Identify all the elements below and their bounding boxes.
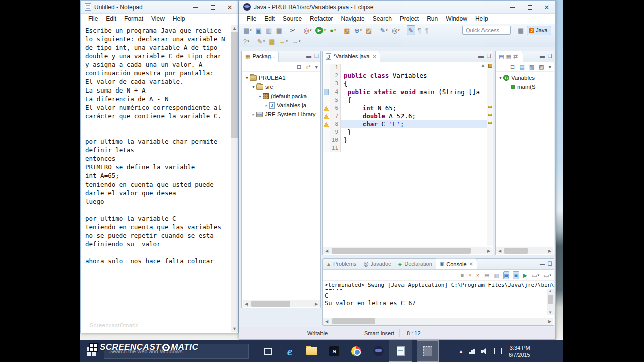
tree-expand-icon[interactable]: ▸	[264, 103, 269, 108]
task-view-button[interactable]	[257, 340, 279, 362]
tree-item-main-s[interactable]: main(S	[496, 82, 554, 92]
next-annotation-icon[interactable]: ¶	[424, 25, 430, 35]
eclipse-titlebar[interactable]: Java - PRUEBA1/src/Variables.java - Ecli…	[239, 1, 555, 14]
console-tab-console[interactable]: ▣Console✕	[436, 258, 477, 269]
screen-recorder-button[interactable]	[417, 340, 439, 362]
scroll-left-arrow-icon[interactable]: ◀	[243, 302, 250, 306]
maximize-view-icon[interactable]: ❑	[487, 53, 491, 59]
menu-refactor[interactable]: Refactor	[306, 15, 337, 22]
menu-file[interactable]: File	[243, 15, 260, 22]
tray-show-hidden-icons-button[interactable]: ▲	[459, 349, 463, 354]
maximize-button[interactable]	[521, 1, 538, 14]
minimize-button[interactable]	[504, 1, 521, 14]
menu-source[interactable]: Source	[279, 15, 306, 22]
console-tab-declaration[interactable]: ◈Declaration	[395, 258, 436, 269]
new-package-icon[interactable]: ▨	[364, 25, 373, 35]
menu-help[interactable]: Help	[169, 15, 189, 22]
code-text[interactable]: }	[341, 128, 351, 136]
code-area[interactable]: 12public class Variables3{4 public stati…	[323, 62, 493, 246]
tree-expand-icon[interactable]: ▸	[251, 112, 256, 117]
tree-item--default-packa[interactable]: ▾(default packa	[242, 92, 320, 101]
hide-fields-icon[interactable]: ▧	[529, 63, 535, 71]
code-text[interactable]: int N=65;	[341, 104, 396, 112]
code-line-7[interactable]: 7 double A=52.6;	[323, 112, 493, 120]
tree-item-variables[interactable]: ▾GVariables	[496, 73, 554, 82]
code-line-4[interactable]: 4 public static void main (String []a	[323, 88, 493, 96]
scroll-right-arrow-icon[interactable]: ▶	[546, 319, 553, 324]
view-menu-icon[interactable]: ▾	[548, 63, 552, 71]
scroll-right-arrow-icon[interactable]: ▶	[485, 249, 492, 253]
search-icon[interactable]: ✎▾	[378, 25, 389, 35]
code-text[interactable]	[341, 144, 344, 152]
code-line-10[interactable]: 10}	[323, 136, 493, 144]
warning-icon[interactable]	[324, 106, 329, 111]
minimize-view-icon[interactable]: ▬	[306, 53, 311, 59]
scrollbar-thumb[interactable]	[332, 318, 375, 324]
cut-tool-icon[interactable]: ✂	[289, 25, 297, 35]
hide-static-icon[interactable]: ▨	[538, 63, 544, 71]
menu-window[interactable]: Window	[442, 15, 471, 22]
last-edit-location-icon[interactable]: ▤	[267, 36, 276, 46]
open-console-icon[interactable]: ▭▾	[543, 271, 552, 279]
code-line-8[interactable]: 8 char C='F';	[323, 120, 493, 128]
notepad-vertical-scrollbar[interactable]: ▲ ▼	[231, 25, 238, 332]
close-button[interactable]: ✕	[221, 1, 238, 14]
code-line-6[interactable]: 6 int N=65;	[323, 104, 493, 112]
minimize-button[interactable]	[187, 1, 204, 14]
code-text[interactable]: {	[341, 80, 348, 88]
menu-help[interactable]: Help	[471, 15, 492, 22]
scroll-right-arrow-icon[interactable]: ▶	[313, 302, 320, 306]
remove-all-launches-icon[interactable]: ×	[476, 271, 480, 279]
quick-access-box[interactable]: Quick Access	[462, 26, 511, 35]
menu-search[interactable]: Search	[369, 15, 396, 22]
warning-icon[interactable]	[324, 122, 329, 127]
notepad-text[interactable]: Escribe un programa Java que realice lo …	[82, 25, 231, 265]
code-line-3[interactable]: 3{	[323, 80, 493, 88]
editor-vertical-scrollbar[interactable]: ▲	[480, 62, 487, 246]
scroll-left-arrow-icon[interactable]: ◀	[496, 249, 503, 253]
close-tab-icon[interactable]: ✕	[469, 261, 473, 267]
code-text[interactable]: {	[341, 96, 351, 104]
internet-explorer-button[interactable]: e	[279, 340, 301, 362]
tree-item-src[interactable]: ▾src	[242, 82, 320, 92]
tree-item-prueba1[interactable]: ▾PRUEBA1	[242, 73, 320, 82]
maximize-view-icon[interactable]: ❑	[314, 53, 319, 59]
scroll-down-arrow-icon[interactable]: ▼	[548, 310, 552, 315]
maximize-button[interactable]	[204, 1, 221, 14]
menu-format[interactable]: Format	[120, 15, 147, 22]
menu-edit[interactable]: Edit	[260, 15, 279, 22]
file-explorer-button[interactable]	[301, 340, 323, 362]
scrollbar-thumb[interactable]	[231, 32, 238, 138]
maximize-view-icon[interactable]: ❑	[548, 53, 552, 59]
link-editor-icon[interactable]: ⇄	[305, 63, 311, 71]
console-hscrollbar[interactable]: ◀ ▶	[323, 318, 553, 325]
network-icon[interactable]	[469, 349, 475, 354]
menu-file[interactable]: File	[84, 15, 102, 22]
close-tab-icon[interactable]: ✕	[373, 54, 377, 59]
collapse-all-icon[interactable]: ⊟	[296, 63, 302, 71]
launch-marker-icon[interactable]	[324, 89, 329, 95]
console-output[interactable]: 117.6CSu valor en letra es C 67 ▲ ▼	[323, 289, 554, 315]
forward-icon[interactable]: →▾	[290, 36, 302, 46]
save-icon[interactable]: ▣	[254, 25, 263, 35]
code-text[interactable]	[341, 64, 344, 72]
tree-item-variables-ja[interactable]: ▸JVariables.ja	[242, 101, 320, 110]
warning-icon[interactable]	[324, 114, 329, 119]
package-explorer-hscrollbar[interactable]: ◀ ▶	[243, 300, 320, 307]
editor-tab-variables-java[interactable]: J *Variables.java ✕	[323, 51, 380, 62]
chrome-button[interactable]	[345, 340, 367, 362]
package-explorer-tab[interactable]: ▦ Packag...	[242, 51, 279, 62]
scroll-up-arrow-icon[interactable]: ▲	[231, 25, 238, 32]
scroll-down-arrow-icon[interactable]: ▼	[231, 325, 238, 332]
relaunch-icon[interactable]: ▶	[523, 271, 528, 279]
pin-console-icon[interactable]: ▣	[513, 271, 519, 279]
menu-navigate[interactable]: Navigate	[337, 15, 368, 22]
help-tool-icon[interactable]: ?▾	[242, 36, 251, 46]
templates-tab-icon[interactable]: ▦	[506, 53, 511, 60]
scroll-up-arrow-icon[interactable]: ▲	[481, 63, 485, 68]
app-a-button[interactable]: a	[323, 340, 345, 362]
scrollbar-thumb[interactable]	[504, 248, 528, 254]
volume-icon[interactable]	[481, 348, 488, 354]
code-text[interactable]: public class Variables	[341, 72, 427, 80]
notepad-text-area[interactable]: Escribe un programa Java que realice lo …	[82, 25, 231, 332]
